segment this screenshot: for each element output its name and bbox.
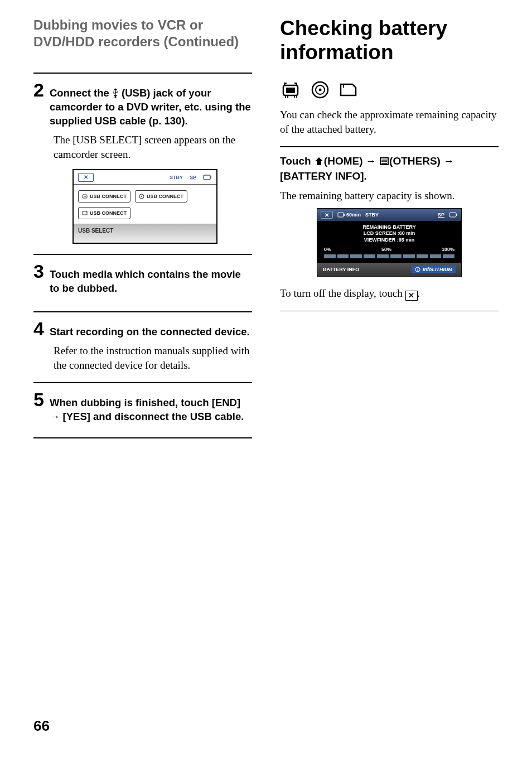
- step-title: When dubbing is finished, touch [END] → …: [50, 396, 252, 424]
- usb-connect-button[interactable]: USB CONNECT: [78, 207, 130, 219]
- step-number: 2: [33, 80, 44, 99]
- battery-icon: [449, 212, 458, 218]
- remaining-title: REMAINING BATTERY: [323, 224, 456, 230]
- figure-label: USB SELECT: [74, 224, 216, 243]
- vf-line: VIEWFINDER :65 min: [323, 237, 456, 243]
- button-label: USB CONNECT: [90, 194, 127, 199]
- others-icon: [379, 156, 389, 166]
- battery-small-icon: [337, 212, 345, 218]
- scale-100: 100%: [442, 247, 454, 252]
- separator: [33, 311, 252, 312]
- text-part: To turn off the display, touch: [280, 287, 405, 299]
- disc-mode-icon: [309, 80, 331, 100]
- svg-rect-18: [344, 214, 345, 216]
- text-part: Touch: [280, 155, 314, 167]
- separator: [33, 382, 252, 383]
- close-icon[interactable]: ✕: [78, 173, 94, 182]
- step-body: The [USB SELECT] screen appears on the c…: [54, 133, 252, 161]
- step-5: 5 When dubbing is finished, touch [END] …: [33, 390, 252, 424]
- usb-icon: [112, 88, 119, 98]
- sp-label: SP: [438, 212, 444, 218]
- button-label: USB CONNECT: [90, 210, 127, 216]
- svg-rect-19: [449, 213, 456, 217]
- card-icon: [82, 210, 88, 216]
- svg-rect-20: [456, 214, 457, 216]
- step-3: 3 Touch media which contains the movie t…: [33, 262, 252, 296]
- hdd-icon: [82, 194, 88, 199]
- touch-instruction: Touch (HOME) → (OTHERS) → [BATTERY INFO]…: [280, 154, 499, 184]
- infolithium-badge: InfoLITHIUM: [412, 266, 456, 273]
- step-title: Start recording on the connected device.: [50, 325, 250, 339]
- step-title: Touch media which contains the movie to …: [50, 268, 252, 296]
- scale-50: 50%: [381, 247, 391, 252]
- scale-0: 0%: [324, 247, 331, 252]
- svg-rect-17: [338, 213, 344, 217]
- status-label: STBY: [365, 212, 379, 218]
- battery-info-figure: ✕ 60min STBY SP REMAINING BATTERY LCD SC…: [317, 208, 462, 277]
- usb-connect-button[interactable]: USB CONNECT: [78, 190, 130, 202]
- close-icon[interactable]: ✕: [321, 211, 333, 219]
- separator: [33, 437, 252, 438]
- figure-label: BATTERY INFO: [323, 267, 359, 272]
- button-label: USB CONNECT: [147, 194, 183, 199]
- svg-rect-2: [210, 176, 211, 179]
- step-body: Refer to the instruction manuals supplie…: [54, 344, 252, 372]
- battery-time: 60min: [337, 212, 361, 218]
- step-4: 4 Start recording on the connected devic…: [33, 319, 252, 339]
- page-number: 66: [33, 717, 50, 735]
- sp-label: SP: [190, 175, 196, 180]
- step-title-part: Connect the: [50, 87, 112, 99]
- intro-text: You can check the approximate remaining …: [280, 108, 499, 136]
- disc-icon: [139, 194, 144, 199]
- separator: [33, 254, 252, 255]
- continuation-heading: Dubbing movies to VCR or DVD/HDD recorde…: [33, 17, 252, 50]
- svg-point-23: [417, 268, 418, 269]
- battery-icon: [203, 174, 212, 181]
- usb-select-figure: ✕ STBY SP USB CONNECT USB CONNECT: [72, 169, 217, 244]
- step-title: Connect the (USB) jack of your camcorder…: [50, 86, 252, 128]
- svg-rect-9: [286, 88, 295, 93]
- step-number: 3: [33, 262, 44, 281]
- text-part: .: [418, 287, 420, 299]
- close-instruction: To turn off the display, touch ✕.: [280, 286, 499, 301]
- step-2: 2 Connect the (USB) jack of your camcord…: [33, 80, 252, 128]
- svg-point-0: [114, 96, 116, 98]
- svg-rect-1: [204, 175, 210, 180]
- shown-text: The remaining battery capacity is shown.: [280, 189, 499, 203]
- info-icon: [415, 267, 420, 272]
- step-number: 4: [33, 319, 44, 338]
- text-part: →: [363, 155, 380, 167]
- separator: [280, 146, 499, 147]
- svg-point-12: [319, 89, 322, 91]
- separator: [280, 311, 499, 312]
- usb-connect-button[interactable]: USB CONNECT: [135, 190, 187, 202]
- lcd-line: LCD SCREEN :60 min: [323, 230, 456, 237]
- separator: [33, 73, 252, 74]
- text-part: (OTHERS): [389, 155, 441, 167]
- battery-bar: [317, 253, 461, 263]
- text-part: (HOME): [324, 155, 363, 167]
- section-heading: Checking battery information: [280, 17, 499, 64]
- step-number: 5: [33, 390, 44, 409]
- close-box-icon: ✕: [405, 291, 418, 301]
- svg-point-6: [141, 196, 142, 197]
- status-label: STBY: [170, 175, 183, 180]
- movie-mode-icon: [280, 80, 303, 100]
- home-icon: [314, 156, 324, 166]
- mode-icons: [280, 80, 499, 100]
- card-mode-icon: [337, 80, 360, 100]
